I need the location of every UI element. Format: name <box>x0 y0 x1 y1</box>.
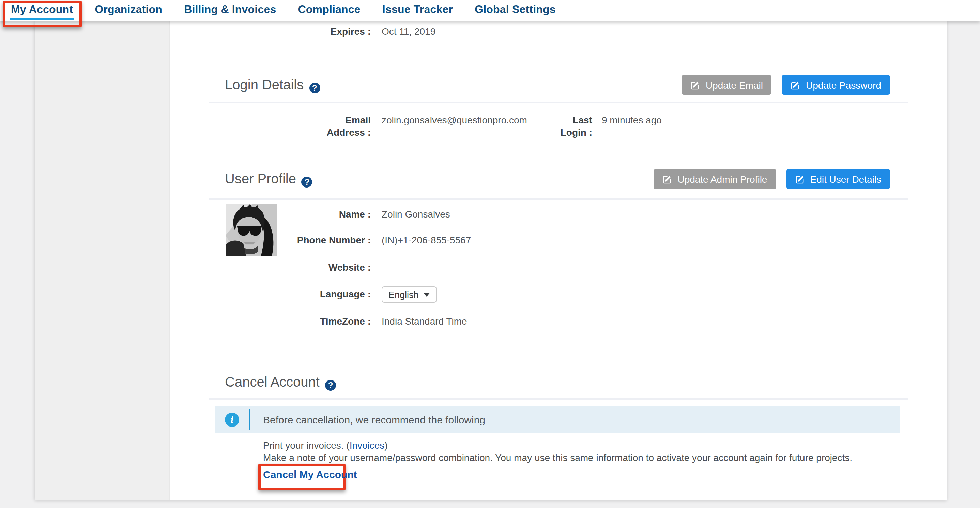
edit-icon <box>791 80 800 90</box>
timezone-label: TimeZone : <box>169 315 371 327</box>
tab-issue-tracker[interactable]: Issue Tracker <box>371 0 464 21</box>
tab-issue-tracker-label: Issue Tracker <box>382 2 453 19</box>
expires-value: Oct 11, 2019 <box>382 25 436 38</box>
update-email-button[interactable]: Update Email <box>682 75 772 95</box>
print-invoices-line: Print your invoices. (Invoices) <box>263 439 388 451</box>
tab-global-settings-label: Global Settings <box>474 2 557 19</box>
invoices-link[interactable]: Invoices <box>350 440 385 451</box>
website-label: Website : <box>169 261 371 274</box>
edit-user-details-button[interactable]: Edit User Details <box>786 169 890 189</box>
tab-global-settings[interactable]: Global Settings <box>464 0 567 21</box>
login-details-actions: Update Email Update Password <box>169 75 890 95</box>
banner-divider <box>249 409 250 430</box>
tab-billing-invoices-label: Billing & Invoices <box>183 2 277 19</box>
cancel-my-account-link[interactable]: Cancel My Account <box>263 468 357 481</box>
email-label-line2: Address : <box>169 126 371 139</box>
edit-icon <box>691 80 700 90</box>
tab-my-account-label: My Account <box>10 2 73 19</box>
section-divider <box>209 398 908 400</box>
last-login-label-line1: Last <box>510 114 592 126</box>
email-address-value: zolin.gonsalves@questionpro.com <box>382 114 527 126</box>
tab-compliance[interactable]: Compliance <box>287 0 371 21</box>
cancel-account-heading: Cancel Account? <box>225 373 336 391</box>
user-profile-actions: Update Admin Profile Edit User Details <box>169 169 890 189</box>
top-navigation: My Account Organization Billing & Invoic… <box>0 0 980 21</box>
help-icon[interactable]: ? <box>325 380 336 391</box>
info-banner: i Before cancellation, we recommend the … <box>215 406 900 433</box>
update-admin-profile-button[interactable]: Update Admin Profile <box>654 169 776 189</box>
phone-value: (IN)+1-206-855-5567 <box>382 234 471 246</box>
last-login-label-line2: Login : <box>510 126 592 139</box>
last-login-label: Last Login : <box>510 114 592 139</box>
banner-text: Before cancellation, we recommend the fo… <box>263 406 485 433</box>
phone-label: Phone Number : <box>169 234 371 246</box>
tab-organization-label: Organization <box>94 2 163 19</box>
tab-my-account[interactable]: My Account <box>0 0 84 21</box>
update-password-label: Update Password <box>806 80 881 90</box>
language-selected-value: English <box>388 290 419 300</box>
page: My Account Organization Billing & Invoic… <box>0 0 980 508</box>
print-invoices-text-close: ) <box>384 440 387 451</box>
last-login-value: 9 minutes ago <box>602 114 662 126</box>
main-panel: Expires : Oct 11, 2019 Login Details? Up… <box>35 21 947 500</box>
update-email-label: Update Email <box>706 80 763 90</box>
tab-billing-invoices[interactable]: Billing & Invoices <box>173 0 287 21</box>
timezone-value: India Standard Time <box>382 315 467 327</box>
sidebar <box>35 21 170 500</box>
expires-label: Expires : <box>169 25 371 38</box>
info-icon: i <box>225 412 239 427</box>
email-label-line1: Email <box>169 114 371 126</box>
name-label: Name : <box>169 208 371 220</box>
section-divider <box>209 198 908 200</box>
name-value: Zolin Gonsalves <box>382 208 450 220</box>
edit-icon <box>795 174 805 184</box>
edit-user-details-label: Edit User Details <box>810 174 881 185</box>
tab-compliance-label: Compliance <box>297 2 361 19</box>
edit-icon <box>662 174 672 184</box>
update-admin-profile-label: Update Admin Profile <box>678 174 767 185</box>
tab-organization[interactable]: Organization <box>84 0 173 21</box>
account-content: Expires : Oct 11, 2019 Login Details? Up… <box>169 21 947 500</box>
email-address-label: Email Address : <box>169 114 371 139</box>
language-dropdown[interactable]: English <box>382 287 437 303</box>
update-password-button[interactable]: Update Password <box>782 75 890 95</box>
print-invoices-text: Print your invoices. ( <box>263 440 350 451</box>
cancel-account-title: Cancel Account <box>225 374 320 389</box>
language-label: Language : <box>169 288 371 300</box>
chevron-down-icon <box>423 293 430 296</box>
section-divider <box>209 102 908 103</box>
username-note-line: Make a note of your username/password co… <box>263 451 852 464</box>
